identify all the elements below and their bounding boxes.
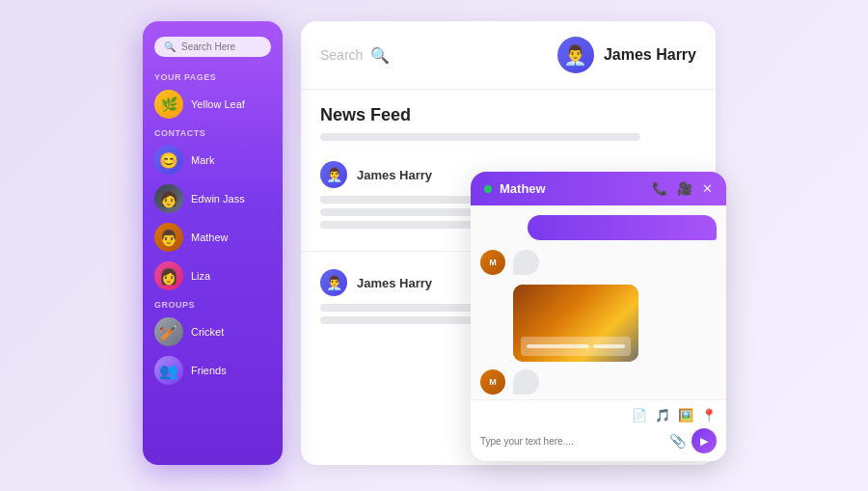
feed-placeholder-bar xyxy=(320,133,640,141)
feed-item-2-avatar: 👨‍💼 xyxy=(320,269,347,296)
sidebar-item-mathew[interactable]: 👨 Mathew xyxy=(154,223,271,252)
chat-msg-received-2: M xyxy=(480,369,717,395)
sidebar-search-icon: 🔍 xyxy=(164,41,176,52)
chat-sender-avatar-2: M xyxy=(480,369,505,395)
sidebar-item-yellow-leaf[interactable]: 🌿 Yellow Leaf xyxy=(154,90,271,119)
phone-icon[interactable]: 📞 xyxy=(652,181,667,196)
chat-input-row: 📎 ▶ xyxy=(480,428,717,453)
news-feed-title: News Feed xyxy=(301,90,716,133)
feed-item-1-name: James Harry xyxy=(357,168,432,182)
feed-item-2-name: James Harry xyxy=(357,276,432,290)
music-icon[interactable]: 🎵 xyxy=(655,408,670,423)
document-icon[interactable]: 📄 xyxy=(632,408,647,423)
app-scene: 🔍 YOUR PAGES 🌿 Yellow Leaf CONTACTS 😊 Ma… xyxy=(0,0,868,491)
video-icon[interactable]: 🎥 xyxy=(677,181,692,196)
sidebar: 🔍 YOUR PAGES 🌿 Yellow Leaf CONTACTS 😊 Ma… xyxy=(143,21,283,465)
your-pages-label: YOUR PAGES xyxy=(154,72,271,82)
chat-bubble-received-1 xyxy=(513,250,539,275)
image-icon[interactable]: 🖼️ xyxy=(678,408,693,423)
chat-text-input[interactable] xyxy=(480,436,664,447)
chat-image-message xyxy=(513,285,638,362)
sidebar-search-input[interactable] xyxy=(181,41,268,52)
liza-avatar: 👩 xyxy=(154,261,183,290)
friends-name: Friends xyxy=(191,365,227,376)
user-info: 👨‍💼 James Harry xyxy=(557,37,696,73)
mark-name: Mark xyxy=(191,154,214,166)
chat-bubble-sent-1 xyxy=(528,215,717,240)
sidebar-item-liza[interactable]: 👩 Liza xyxy=(154,261,271,290)
yellow-leaf-avatar: 🌿 xyxy=(154,90,183,119)
sidebar-item-cricket[interactable]: 🏏 Cricket xyxy=(154,317,271,346)
edwin-name: Edwin Jass xyxy=(191,193,245,205)
chat-header-icons: 📞 🎥 ✕ xyxy=(652,181,713,196)
search-icon: 🔍 xyxy=(370,46,390,65)
sidebar-search-box[interactable]: 🔍 xyxy=(154,37,271,57)
friends-avatar: 👥 xyxy=(154,356,183,385)
online-indicator xyxy=(484,185,492,193)
chat-toolbar: 📄 🎵 🖼️ 📍 xyxy=(480,408,717,423)
mathew-name: Mathew xyxy=(191,232,229,243)
chat-header-left: Mathew xyxy=(484,181,546,196)
mark-avatar: 😊 xyxy=(154,146,183,175)
chat-msg-received-1: M xyxy=(480,250,717,275)
yellow-leaf-name: Yellow Leaf xyxy=(191,98,245,110)
attach-icon[interactable]: 📎 xyxy=(669,433,686,449)
chat-bubble-received-2 xyxy=(513,369,539,395)
location-icon[interactable]: 📍 xyxy=(701,408,717,423)
chat-header: Mathew 📞 🎥 ✕ xyxy=(471,172,726,205)
user-name: James Harry xyxy=(604,46,696,64)
caption-line-1 xyxy=(527,344,589,348)
contacts-label: CONTACTS xyxy=(154,128,271,138)
sidebar-item-friends[interactable]: 👥 Friends xyxy=(154,356,271,385)
mathew-avatar: 👨 xyxy=(154,223,183,252)
search-label: Search xyxy=(320,47,363,63)
cricket-name: Cricket xyxy=(191,326,224,338)
chat-body: M M xyxy=(471,205,726,399)
sidebar-item-edwin[interactable]: 🧑 Edwin Jass xyxy=(154,184,271,213)
feed-item-1-avatar: 👨‍💼 xyxy=(320,161,347,188)
sidebar-item-mark[interactable]: 😊 Mark xyxy=(154,146,271,175)
groups-label: GROUPS xyxy=(154,300,271,310)
caption-line-2 xyxy=(593,344,625,348)
main-header: Search 🔍 👨‍💼 James Harry xyxy=(301,21,716,90)
chat-image-caption xyxy=(521,337,631,356)
search-area[interactable]: Search 🔍 xyxy=(320,46,390,65)
cricket-avatar: 🏏 xyxy=(154,317,183,346)
chat-sender-avatar: M xyxy=(480,250,505,275)
chat-panel: Mathew 📞 🎥 ✕ M xyxy=(471,172,726,461)
user-avatar: 👨‍💼 xyxy=(557,37,594,73)
close-icon[interactable]: ✕ xyxy=(702,181,713,196)
liza-name: Liza xyxy=(191,270,210,282)
feed-bar-1c xyxy=(320,221,490,229)
edwin-avatar: 🧑 xyxy=(154,184,183,213)
chat-send-button[interactable]: ▶ xyxy=(692,428,717,453)
chat-contact-name: Mathew xyxy=(500,181,546,196)
chat-footer: 📄 🎵 🖼️ 📍 📎 ▶ xyxy=(471,399,726,461)
